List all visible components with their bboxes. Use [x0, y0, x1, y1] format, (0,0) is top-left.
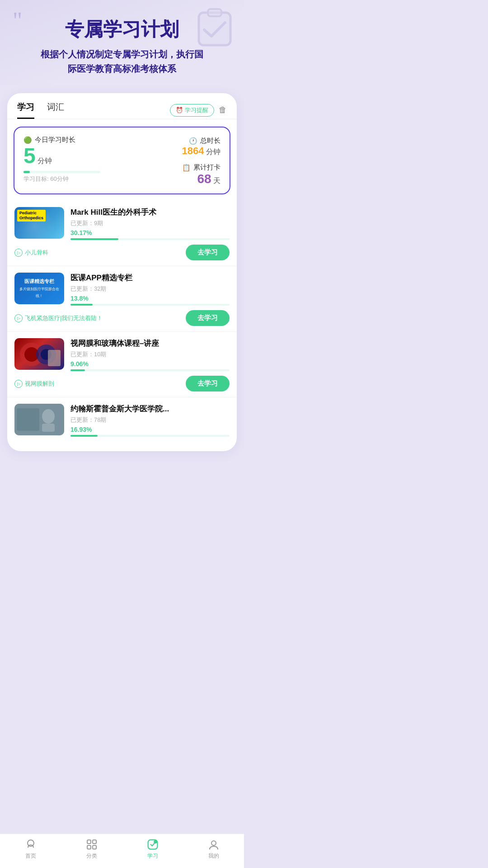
- stats-box: 🟢 今日学习时长 5 分钟 学习目标: 60分钟 🕐 总时长 1864: [14, 127, 230, 194]
- course-item-4: 约翰斯霍普金斯大学医学院... 已更新：78期 16.93%: [7, 397, 237, 442]
- today-progress-bar-fill: [23, 171, 30, 173]
- course-progress-fill-3: [70, 369, 85, 371]
- hero-subtitle: 根据个人情况制定专属学习计划，执行国际医学教育高标准考核体系: [14, 47, 230, 76]
- play-icon-3: ▷: [14, 380, 23, 388]
- course-item-3: 视网膜和玻璃体课程–讲座 已更新：10期 9.06% ▷ 视网膜解剖 去学习: [7, 332, 237, 397]
- yike-text: 医课精选专栏多片级别医疗平院群合在线！: [14, 275, 64, 302]
- pediatric-label: PediatricOrthopedics: [17, 210, 46, 222]
- today-value: 5: [23, 144, 36, 168]
- course-progress-val-3: 9.06%: [70, 360, 230, 368]
- course-item-2: 医课精选专栏多片级别医疗平院群合在线！ 医课APP精选专栏 已更新：32期 13…: [7, 266, 237, 332]
- play-icon-1: ▷: [14, 249, 23, 257]
- course-list: PediatricOrthopedics Mark Hill医生的外科手术 已更…: [7, 201, 237, 442]
- course-update-2: 已更新：32期: [70, 285, 230, 293]
- course-thumb-2: 医课精选专栏多片级别医疗平院群合在线！: [14, 273, 64, 304]
- go-button-1[interactable]: 去学习: [186, 245, 230, 260]
- course-thumb-3: [14, 338, 64, 370]
- course-update-3: 已更新：10期: [70, 350, 230, 359]
- hero-section: " 专属学习计划 根据个人情况制定专属学习计划，执行国际医学教育高标准考核体系: [0, 0, 244, 85]
- study-goal: 学习目标: 60分钟: [23, 175, 122, 183]
- course-title-1: Mark Hill医生的外科手术: [70, 207, 230, 217]
- svg-rect-9: [17, 408, 39, 431]
- delete-button[interactable]: 🗑: [219, 105, 227, 115]
- total-unit: 分钟: [206, 148, 221, 156]
- retina-svg: [14, 338, 64, 370]
- course-progress-val-2: 13.8%: [70, 295, 230, 302]
- go-button-2[interactable]: 去学习: [186, 310, 230, 326]
- course-update-1: 已更新：9期: [70, 219, 230, 227]
- course-progress-fill-4: [70, 435, 98, 437]
- course-info-3: 视网膜和玻璃体课程–讲座 已更新：10期 9.06%: [70, 338, 230, 371]
- tab-actions: ⏰ 学习提醒 🗑: [170, 104, 227, 117]
- course-progress-bg-4: [70, 435, 230, 437]
- course-tag-1: ▷ 小儿骨科: [14, 249, 48, 257]
- course-tag-2: ▷ 飞机紧急医疗|我们无法着陆！: [14, 314, 103, 322]
- alarm-icon: ⏰: [176, 107, 183, 113]
- quote-decoration: ": [13, 9, 22, 33]
- svg-rect-1: [208, 9, 221, 16]
- course-progress-val-4: 16.93%: [70, 426, 230, 433]
- svg-point-5: [41, 349, 52, 360]
- svg-point-7: [42, 409, 55, 424]
- checkin-value: 68: [197, 172, 211, 186]
- today-study-section: 🟢 今日学习时长 5 分钟 学习目标: 60分钟: [23, 136, 122, 186]
- reminder-button[interactable]: ⏰ 学习提醒: [170, 104, 214, 117]
- course-title-4: 约翰斯霍普金斯大学医学院...: [70, 404, 230, 414]
- course-progress-bg-3: [70, 369, 230, 371]
- course-title-2: 医课APP精选专栏: [70, 273, 230, 283]
- course-thumb-4: [14, 404, 64, 435]
- tab-vocabulary[interactable]: 词汇: [47, 101, 64, 119]
- total-value: 1864: [182, 145, 204, 156]
- today-icon: 🟢: [23, 136, 32, 144]
- main-card: 学习 词汇 ⏰ 学习提醒 🗑 🟢 今日学习时长 5 分钟 学习目标: 60分钟: [7, 93, 237, 451]
- checkin-unit: 天: [213, 177, 221, 184]
- today-progress-bar-bg: [23, 171, 100, 173]
- right-stats: 🕐 总时长 1864 分钟 📋 累计打卡 68 天: [122, 136, 221, 186]
- course-thumb-1: PediatricOrthopedics: [14, 207, 64, 239]
- course-progress-bg-1: [70, 238, 230, 240]
- course-info-4: 约翰斯霍普金斯大学医学院... 已更新：78期 16.93%: [70, 404, 230, 437]
- johns-svg: [14, 404, 64, 435]
- checkin-icon: 📋: [182, 164, 191, 172]
- checkin-section: 📋 累计打卡 68 天: [122, 163, 221, 186]
- course-info-1: Mark Hill医生的外科手术 已更新：9期 30.17%: [70, 207, 230, 240]
- today-unit: 分钟: [38, 157, 52, 165]
- course-info-2: 医课APP精选专栏 已更新：32期 13.8%: [70, 273, 230, 306]
- course-progress-val-1: 30.17%: [70, 229, 230, 236]
- course-update-4: 已更新：78期: [70, 416, 230, 424]
- total-icon: 🕐: [189, 137, 197, 145]
- course-bottom-3: ▷ 视网膜解剖 去学习: [14, 376, 230, 392]
- course-bottom-1: ▷ 小儿骨科 去学习: [14, 245, 230, 260]
- course-item-1: PediatricOrthopedics Mark Hill医生的外科手术 已更…: [7, 201, 237, 266]
- course-progress-fill-1: [70, 238, 118, 240]
- course-title-3: 视网膜和玻璃体课程–讲座: [70, 338, 230, 349]
- tab-study[interactable]: 学习: [17, 101, 34, 119]
- tab-bar: 学习 词汇 ⏰ 学习提醒 🗑: [7, 93, 237, 119]
- course-progress-bg-2: [70, 304, 230, 306]
- svg-rect-8: [42, 424, 55, 432]
- clipboard-icon: [194, 6, 235, 47]
- course-tag-3: ▷ 视网膜解剖: [14, 380, 54, 388]
- course-progress-fill-2: [70, 304, 93, 306]
- total-time-section: 🕐 总时长 1864 分钟: [122, 136, 221, 157]
- course-bottom-2: ▷ 飞机紧急医疗|我们无法着陆！ 去学习: [14, 310, 230, 326]
- go-button-3[interactable]: 去学习: [186, 376, 230, 392]
- play-icon-2: ▷: [14, 314, 23, 322]
